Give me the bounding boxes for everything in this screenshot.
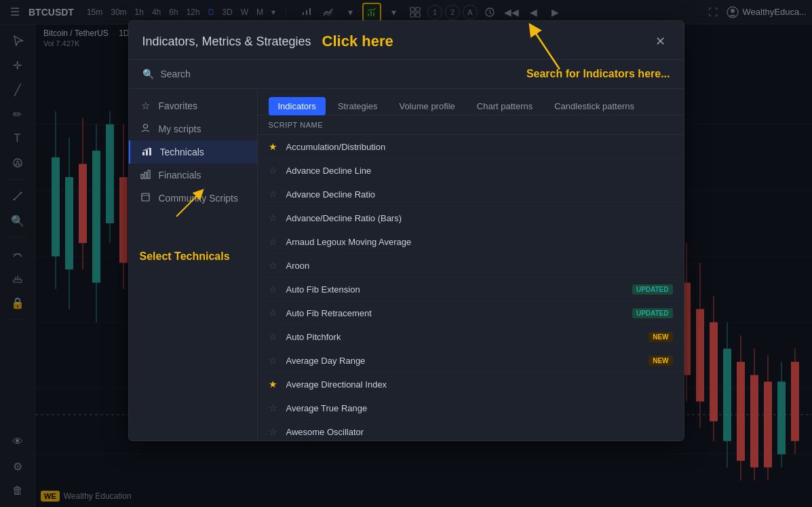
svg-rect-73 xyxy=(142,193,149,201)
tab-indicators[interactable]: Indicators xyxy=(269,97,326,115)
modal-search-bar: 🔍 Search for Indicators here... xyxy=(129,60,684,89)
table-row[interactable]: ☆ Auto Pitchfork NEW xyxy=(258,325,684,349)
tab-strategies[interactable]: Strategies xyxy=(328,97,387,115)
script-name: Auto Pitchfork xyxy=(286,332,642,342)
select-annotation-area: Select Technicals xyxy=(129,250,257,263)
click-here-label: Click here xyxy=(322,33,393,50)
tab-chart-patterns[interactable]: Chart patterns xyxy=(467,97,542,115)
favorites-icon: ☆ xyxy=(140,100,152,112)
modal-title: Indicators, Metrics & Strategies xyxy=(142,35,311,49)
modal-overlay: Indicators, Metrics & Strategies Click h… xyxy=(0,0,812,507)
svg-rect-72 xyxy=(148,170,150,179)
script-list: SCRIPT NAME ★ Accumulation/Distribution … xyxy=(258,115,684,440)
table-row[interactable]: ☆ Auto Fib Extension UPDATED xyxy=(258,278,684,301)
updated-badge: UPDATED xyxy=(632,308,673,318)
star-icon[interactable]: ☆ xyxy=(269,331,279,342)
nav-favorites[interactable]: ☆ Favorites xyxy=(129,94,257,117)
select-technicals-label: Select Technicals xyxy=(140,250,257,263)
updated-badge: UPDATED xyxy=(632,284,673,295)
star-icon[interactable]: ☆ xyxy=(269,284,279,295)
table-row[interactable]: ☆ Arnaud Legoux Moving Average xyxy=(258,230,684,254)
modal-nav: ☆ Favorites My scripts Technicals xyxy=(129,89,258,440)
table-row[interactable]: ☆ Advance/Decline Ratio (Bars) xyxy=(258,206,684,230)
technicals-icon xyxy=(141,146,153,158)
financials-icon xyxy=(140,169,152,181)
new-badge: NEW xyxy=(649,332,672,342)
table-row[interactable]: ☆ Aroon xyxy=(258,254,684,278)
modal-body: ☆ Favorites My scripts Technicals xyxy=(129,89,684,440)
modal-close-button[interactable]: ✕ xyxy=(651,32,670,51)
select-arrow xyxy=(170,186,210,220)
nav-favorites-label: Favorites xyxy=(159,100,198,111)
svg-rect-71 xyxy=(144,172,147,179)
nav-financials-label: Financials xyxy=(159,170,201,181)
indicators-modal: Indicators, Metrics & Strategies Click h… xyxy=(128,20,684,441)
nav-my-scripts-label: My scripts xyxy=(159,124,201,134)
script-name: Advance/Decline Ratio (Bars) xyxy=(286,213,673,223)
star-icon[interactable]: ☆ xyxy=(269,165,279,176)
star-icon[interactable]: ☆ xyxy=(269,426,279,437)
star-icon[interactable]: ★ xyxy=(269,141,279,152)
script-name: Average True Range xyxy=(286,403,673,413)
my-scripts-icon xyxy=(140,123,152,135)
script-name: Average Day Range xyxy=(286,356,642,366)
script-name: Advance Decline Line xyxy=(286,166,673,176)
star-icon[interactable]: ★ xyxy=(269,379,279,390)
script-name: Average Directional Index xyxy=(286,379,673,390)
star-icon[interactable]: ☆ xyxy=(269,307,279,318)
svg-rect-68 xyxy=(146,150,148,155)
svg-point-66 xyxy=(144,124,148,128)
tab-volume-profile[interactable]: Volume profile xyxy=(389,97,464,115)
nav-technicals-label: Technicals xyxy=(160,147,204,157)
star-icon[interactable]: ☆ xyxy=(269,260,279,271)
community-icon xyxy=(140,192,152,204)
script-name: Aroon xyxy=(286,261,673,271)
script-name: Arnaud Legoux Moving Average xyxy=(286,237,673,247)
star-icon[interactable]: ☆ xyxy=(269,355,279,366)
script-name: Auto Fib Extension xyxy=(286,284,625,295)
table-row[interactable]: ☆ Average True Range xyxy=(258,396,684,420)
script-list-header: SCRIPT NAME xyxy=(258,115,684,135)
star-icon[interactable]: ☆ xyxy=(269,212,279,223)
search-input[interactable] xyxy=(161,69,520,79)
table-row[interactable]: ☆ Average Day Range NEW xyxy=(258,349,684,373)
script-name: Awesome Oscillator xyxy=(286,427,673,437)
table-row[interactable]: ★ Average Directional Index xyxy=(258,373,684,396)
search-hint: Search for Indicators here... xyxy=(526,68,670,80)
svg-rect-70 xyxy=(141,174,143,179)
modal-header: Indicators, Metrics & Strategies Click h… xyxy=(129,21,684,60)
tab-candlestick-patterns[interactable]: Candlestick patterns xyxy=(545,97,644,115)
table-row[interactable]: ☆ Advance Decline Ratio xyxy=(258,183,684,206)
table-row[interactable]: ★ Accumulation/Distribution xyxy=(258,135,684,159)
table-row[interactable]: ☆ Awesome Oscillator xyxy=(258,420,684,440)
table-row[interactable]: ☆ Advance Decline Line xyxy=(258,159,684,183)
content-tabs: Indicators Strategies Volume profile Cha… xyxy=(258,89,684,115)
script-name: Auto Fib Retracement xyxy=(286,308,625,318)
nav-technicals[interactable]: Technicals xyxy=(129,140,257,164)
star-icon[interactable]: ☆ xyxy=(269,189,279,200)
table-row[interactable]: ☆ Auto Fib Retracement UPDATED xyxy=(258,301,684,325)
star-icon[interactable]: ☆ xyxy=(269,236,279,247)
svg-rect-69 xyxy=(149,148,151,155)
nav-financials[interactable]: Financials xyxy=(129,164,257,187)
star-icon[interactable]: ☆ xyxy=(269,402,279,413)
search-icon: 🔍 xyxy=(142,69,154,79)
script-name: Advance Decline Ratio xyxy=(286,189,673,200)
new-badge: NEW xyxy=(649,356,672,366)
modal-main-content: Indicators Strategies Volume profile Cha… xyxy=(258,89,684,440)
script-name: Accumulation/Distribution xyxy=(286,142,673,152)
svg-rect-67 xyxy=(142,152,144,155)
nav-my-scripts[interactable]: My scripts xyxy=(129,117,257,140)
